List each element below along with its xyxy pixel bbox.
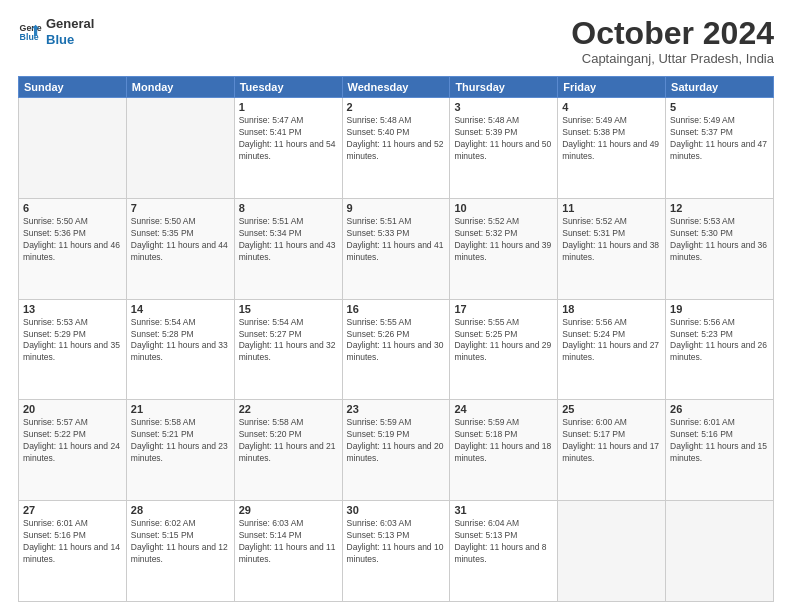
day-number: 9 bbox=[347, 202, 446, 214]
cell-info: Sunrise: 5:50 AM Sunset: 5:36 PM Dayligh… bbox=[23, 216, 122, 264]
weekday-header-saturday: Saturday bbox=[666, 77, 774, 98]
cell-info: Sunrise: 5:50 AM Sunset: 5:35 PM Dayligh… bbox=[131, 216, 230, 264]
week-row-1: 1Sunrise: 5:47 AM Sunset: 5:41 PM Daylig… bbox=[19, 98, 774, 199]
calendar-cell: 19Sunrise: 5:56 AM Sunset: 5:23 PM Dayli… bbox=[666, 299, 774, 400]
calendar-cell: 28Sunrise: 6:02 AM Sunset: 5:15 PM Dayli… bbox=[126, 501, 234, 602]
weekday-header-sunday: Sunday bbox=[19, 77, 127, 98]
day-number: 25 bbox=[562, 403, 661, 415]
day-number: 4 bbox=[562, 101, 661, 113]
day-number: 13 bbox=[23, 303, 122, 315]
calendar-cell: 23Sunrise: 5:59 AM Sunset: 5:19 PM Dayli… bbox=[342, 400, 450, 501]
weekday-header-thursday: Thursday bbox=[450, 77, 558, 98]
day-number: 12 bbox=[670, 202, 769, 214]
cell-info: Sunrise: 5:55 AM Sunset: 5:26 PM Dayligh… bbox=[347, 317, 446, 365]
day-number: 21 bbox=[131, 403, 230, 415]
day-number: 2 bbox=[347, 101, 446, 113]
calendar-cell: 27Sunrise: 6:01 AM Sunset: 5:16 PM Dayli… bbox=[19, 501, 127, 602]
calendar-cell: 20Sunrise: 5:57 AM Sunset: 5:22 PM Dayli… bbox=[19, 400, 127, 501]
cell-info: Sunrise: 5:49 AM Sunset: 5:38 PM Dayligh… bbox=[562, 115, 661, 163]
cell-info: Sunrise: 6:00 AM Sunset: 5:17 PM Dayligh… bbox=[562, 417, 661, 465]
day-number: 11 bbox=[562, 202, 661, 214]
day-number: 29 bbox=[239, 504, 338, 516]
calendar-cell: 29Sunrise: 6:03 AM Sunset: 5:14 PM Dayli… bbox=[234, 501, 342, 602]
calendar-cell: 13Sunrise: 5:53 AM Sunset: 5:29 PM Dayli… bbox=[19, 299, 127, 400]
calendar-cell: 12Sunrise: 5:53 AM Sunset: 5:30 PM Dayli… bbox=[666, 198, 774, 299]
day-number: 30 bbox=[347, 504, 446, 516]
day-number: 31 bbox=[454, 504, 553, 516]
week-row-3: 13Sunrise: 5:53 AM Sunset: 5:29 PM Dayli… bbox=[19, 299, 774, 400]
cell-info: Sunrise: 5:49 AM Sunset: 5:37 PM Dayligh… bbox=[670, 115, 769, 163]
day-number: 16 bbox=[347, 303, 446, 315]
calendar-cell: 24Sunrise: 5:59 AM Sunset: 5:18 PM Dayli… bbox=[450, 400, 558, 501]
logo: General Blue General Blue bbox=[18, 16, 94, 47]
cell-info: Sunrise: 5:54 AM Sunset: 5:28 PM Dayligh… bbox=[131, 317, 230, 365]
cell-info: Sunrise: 5:48 AM Sunset: 5:40 PM Dayligh… bbox=[347, 115, 446, 163]
day-number: 10 bbox=[454, 202, 553, 214]
cell-info: Sunrise: 5:57 AM Sunset: 5:22 PM Dayligh… bbox=[23, 417, 122, 465]
header: General Blue General Blue October 2024 C… bbox=[18, 16, 774, 66]
calendar-cell: 7Sunrise: 5:50 AM Sunset: 5:35 PM Daylig… bbox=[126, 198, 234, 299]
calendar-cell: 26Sunrise: 6:01 AM Sunset: 5:16 PM Dayli… bbox=[666, 400, 774, 501]
calendar-cell: 17Sunrise: 5:55 AM Sunset: 5:25 PM Dayli… bbox=[450, 299, 558, 400]
month-title: October 2024 bbox=[571, 16, 774, 51]
calendar-cell: 5Sunrise: 5:49 AM Sunset: 5:37 PM Daylig… bbox=[666, 98, 774, 199]
day-number: 24 bbox=[454, 403, 553, 415]
day-number: 3 bbox=[454, 101, 553, 113]
calendar-cell: 14Sunrise: 5:54 AM Sunset: 5:28 PM Dayli… bbox=[126, 299, 234, 400]
day-number: 7 bbox=[131, 202, 230, 214]
day-number: 27 bbox=[23, 504, 122, 516]
cell-info: Sunrise: 6:03 AM Sunset: 5:14 PM Dayligh… bbox=[239, 518, 338, 566]
weekday-header-friday: Friday bbox=[558, 77, 666, 98]
day-number: 1 bbox=[239, 101, 338, 113]
cell-info: Sunrise: 5:52 AM Sunset: 5:32 PM Dayligh… bbox=[454, 216, 553, 264]
day-number: 14 bbox=[131, 303, 230, 315]
calendar-cell: 3Sunrise: 5:48 AM Sunset: 5:39 PM Daylig… bbox=[450, 98, 558, 199]
calendar-cell: 10Sunrise: 5:52 AM Sunset: 5:32 PM Dayli… bbox=[450, 198, 558, 299]
day-number: 19 bbox=[670, 303, 769, 315]
week-row-5: 27Sunrise: 6:01 AM Sunset: 5:16 PM Dayli… bbox=[19, 501, 774, 602]
calendar-cell: 21Sunrise: 5:58 AM Sunset: 5:21 PM Dayli… bbox=[126, 400, 234, 501]
calendar-cell bbox=[558, 501, 666, 602]
day-number: 28 bbox=[131, 504, 230, 516]
cell-info: Sunrise: 5:53 AM Sunset: 5:30 PM Dayligh… bbox=[670, 216, 769, 264]
calendar-cell bbox=[126, 98, 234, 199]
cell-info: Sunrise: 5:58 AM Sunset: 5:20 PM Dayligh… bbox=[239, 417, 338, 465]
calendar-cell: 15Sunrise: 5:54 AM Sunset: 5:27 PM Dayli… bbox=[234, 299, 342, 400]
day-number: 15 bbox=[239, 303, 338, 315]
week-row-2: 6Sunrise: 5:50 AM Sunset: 5:36 PM Daylig… bbox=[19, 198, 774, 299]
calendar-cell: 8Sunrise: 5:51 AM Sunset: 5:34 PM Daylig… bbox=[234, 198, 342, 299]
cell-info: Sunrise: 5:48 AM Sunset: 5:39 PM Dayligh… bbox=[454, 115, 553, 163]
calendar-table: SundayMondayTuesdayWednesdayThursdayFrid… bbox=[18, 76, 774, 602]
calendar-cell bbox=[666, 501, 774, 602]
cell-info: Sunrise: 5:58 AM Sunset: 5:21 PM Dayligh… bbox=[131, 417, 230, 465]
calendar-cell: 11Sunrise: 5:52 AM Sunset: 5:31 PM Dayli… bbox=[558, 198, 666, 299]
cell-info: Sunrise: 5:59 AM Sunset: 5:19 PM Dayligh… bbox=[347, 417, 446, 465]
calendar-cell: 30Sunrise: 6:03 AM Sunset: 5:13 PM Dayli… bbox=[342, 501, 450, 602]
day-number: 17 bbox=[454, 303, 553, 315]
cell-info: Sunrise: 6:02 AM Sunset: 5:15 PM Dayligh… bbox=[131, 518, 230, 566]
weekday-header-monday: Monday bbox=[126, 77, 234, 98]
calendar-cell: 25Sunrise: 6:00 AM Sunset: 5:17 PM Dayli… bbox=[558, 400, 666, 501]
cell-info: Sunrise: 6:01 AM Sunset: 5:16 PM Dayligh… bbox=[670, 417, 769, 465]
day-number: 18 bbox=[562, 303, 661, 315]
title-block: October 2024 Captainganj, Uttar Pradesh,… bbox=[571, 16, 774, 66]
cell-info: Sunrise: 6:01 AM Sunset: 5:16 PM Dayligh… bbox=[23, 518, 122, 566]
day-number: 22 bbox=[239, 403, 338, 415]
logo-text: General Blue bbox=[46, 16, 94, 47]
calendar-cell: 18Sunrise: 5:56 AM Sunset: 5:24 PM Dayli… bbox=[558, 299, 666, 400]
cell-info: Sunrise: 6:03 AM Sunset: 5:13 PM Dayligh… bbox=[347, 518, 446, 566]
cell-info: Sunrise: 5:54 AM Sunset: 5:27 PM Dayligh… bbox=[239, 317, 338, 365]
day-number: 20 bbox=[23, 403, 122, 415]
calendar-cell: 22Sunrise: 5:58 AM Sunset: 5:20 PM Dayli… bbox=[234, 400, 342, 501]
cell-info: Sunrise: 5:53 AM Sunset: 5:29 PM Dayligh… bbox=[23, 317, 122, 365]
cell-info: Sunrise: 5:55 AM Sunset: 5:25 PM Dayligh… bbox=[454, 317, 553, 365]
day-number: 5 bbox=[670, 101, 769, 113]
cell-info: Sunrise: 5:47 AM Sunset: 5:41 PM Dayligh… bbox=[239, 115, 338, 163]
calendar-cell bbox=[19, 98, 127, 199]
logo-icon: General Blue bbox=[18, 20, 42, 44]
day-number: 6 bbox=[23, 202, 122, 214]
cell-info: Sunrise: 5:59 AM Sunset: 5:18 PM Dayligh… bbox=[454, 417, 553, 465]
weekday-header-tuesday: Tuesday bbox=[234, 77, 342, 98]
cell-info: Sunrise: 5:56 AM Sunset: 5:23 PM Dayligh… bbox=[670, 317, 769, 365]
location: Captainganj, Uttar Pradesh, India bbox=[571, 51, 774, 66]
